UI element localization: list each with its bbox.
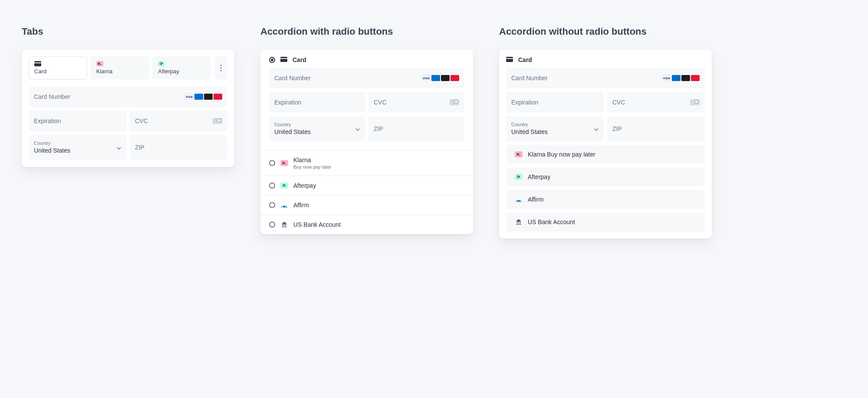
card-icon bbox=[34, 61, 41, 66]
svg-point-2 bbox=[220, 65, 222, 66]
cvc-input[interactable]: CVC bbox=[130, 111, 227, 131]
chevron-down-icon bbox=[594, 125, 598, 133]
section-title-tabs: Tabs bbox=[22, 26, 234, 37]
country-select[interactable]: Country United States bbox=[506, 116, 604, 141]
field-value: United States bbox=[34, 147, 121, 154]
svg-rect-5 bbox=[280, 57, 287, 62]
placeholder: ZIP bbox=[374, 125, 459, 132]
country-select[interactable]: Country United States bbox=[269, 116, 365, 141]
radio-unselected-icon bbox=[269, 202, 275, 208]
accordion-item-klarna[interactable]: K. Klarna Buy now pay later bbox=[260, 150, 473, 176]
tab-afterpay[interactable]: ⟳ Afterpay bbox=[152, 56, 211, 79]
placeholder: CVC bbox=[135, 117, 222, 124]
tab-label: Afterpay bbox=[158, 68, 179, 75]
accordion-item-card[interactable]: Card bbox=[260, 49, 473, 68]
affirm-icon: a bbox=[515, 196, 523, 202]
svg-point-3 bbox=[220, 67, 222, 69]
card-brand-icons: VISA bbox=[662, 75, 700, 81]
card-number-input[interactable]: Card Number VISA bbox=[29, 86, 227, 107]
accordion-item-us-bank[interactable]: US Bank Account bbox=[260, 215, 473, 234]
affirm-icon: a bbox=[280, 202, 288, 208]
accordion-item-afterpay[interactable]: ⟳ Afterpay bbox=[260, 176, 473, 195]
cvc-icon bbox=[690, 99, 700, 105]
method-label: Klarna bbox=[293, 157, 311, 163]
method-label: Afterpay bbox=[293, 182, 316, 189]
svg-text:a: a bbox=[518, 199, 520, 202]
method-label: Klarna bbox=[528, 151, 545, 158]
amex-icon bbox=[431, 75, 440, 81]
afterpay-icon: ⟳ bbox=[515, 174, 523, 180]
svg-rect-0 bbox=[34, 61, 41, 66]
card-icon bbox=[280, 56, 287, 63]
card-icon bbox=[506, 56, 513, 63]
radio-unselected-icon bbox=[269, 222, 275, 228]
visa-icon: VISA bbox=[185, 94, 194, 100]
visa-icon: VISA bbox=[422, 75, 431, 81]
svg-rect-6 bbox=[280, 58, 287, 59]
chevron-down-icon bbox=[355, 125, 360, 133]
afterpay-icon: ⟳ bbox=[280, 183, 288, 189]
accordion-item-card[interactable]: Card bbox=[506, 56, 705, 68]
card-brand-icons: VISA bbox=[422, 75, 459, 81]
field-value: United States bbox=[511, 128, 598, 135]
expiration-input[interactable]: Expiration bbox=[29, 111, 126, 131]
section-title-acc-plain: Accordion without radio buttons bbox=[499, 26, 712, 37]
cvc-icon bbox=[450, 99, 459, 105]
placeholder: CVC bbox=[374, 99, 459, 106]
cvc-input[interactable]: CVC bbox=[368, 92, 464, 113]
klarna-icon: K. bbox=[515, 151, 523, 157]
zip-input[interactable]: ZIP bbox=[368, 116, 464, 141]
accordion-item-us-bank[interactable]: US Bank Account bbox=[506, 212, 705, 232]
card-number-input[interactable]: Card Number VISA bbox=[506, 68, 705, 88]
svg-point-4 bbox=[220, 70, 222, 71]
unionpay-icon bbox=[691, 75, 700, 81]
radio-selected-icon bbox=[269, 57, 275, 63]
accordion-item-affirm[interactable]: a Affirm bbox=[260, 195, 473, 215]
mastercard-icon bbox=[204, 94, 213, 100]
field-label: Country bbox=[511, 122, 598, 127]
radio-unselected-icon bbox=[269, 183, 275, 189]
method-sublabel: Buy now pay later bbox=[547, 151, 595, 158]
klarna-icon: K. bbox=[280, 160, 288, 166]
svg-text:a: a bbox=[283, 205, 286, 208]
tabs-payment-form: Card K. Klarna ⟳ Afterpay Card Number bbox=[22, 49, 234, 167]
afterpay-icon: ⟳ bbox=[158, 61, 165, 66]
accordion-item-klarna[interactable]: K. Klarna Buy now pay later bbox=[506, 145, 705, 164]
mastercard-icon bbox=[681, 75, 690, 81]
accordion-item-affirm[interactable]: a Affirm bbox=[506, 190, 705, 209]
unionpay-icon bbox=[450, 75, 459, 81]
amex-icon bbox=[672, 75, 681, 81]
zip-input[interactable]: ZIP bbox=[607, 116, 705, 141]
svg-rect-8 bbox=[506, 57, 513, 62]
method-label: Affirm bbox=[293, 202, 309, 209]
more-methods-button[interactable] bbox=[214, 56, 227, 79]
placeholder: Expiration bbox=[274, 99, 360, 106]
placeholder: CVC bbox=[612, 99, 700, 106]
tab-label: Klarna bbox=[96, 68, 113, 75]
amex-icon bbox=[194, 94, 203, 100]
method-label: US Bank Account bbox=[528, 219, 575, 225]
placeholder: ZIP bbox=[612, 125, 700, 132]
cvc-icon bbox=[213, 118, 222, 124]
method-label: Card bbox=[293, 56, 306, 63]
section-title-acc-radio: Accordion with radio buttons bbox=[260, 26, 473, 37]
placeholder: Expiration bbox=[34, 117, 121, 124]
accordion-plain-payment-form: Card Card Number VISA Expiration bbox=[499, 49, 712, 238]
tab-klarna[interactable]: K. Klarna bbox=[91, 56, 149, 79]
country-select[interactable]: Country United States bbox=[29, 135, 126, 160]
bank-icon bbox=[515, 219, 523, 225]
klarna-icon: K. bbox=[96, 61, 103, 66]
svg-rect-1 bbox=[34, 62, 41, 63]
tab-card[interactable]: Card bbox=[29, 56, 87, 79]
bank-icon bbox=[280, 222, 288, 228]
field-label: Country bbox=[34, 141, 121, 146]
card-number-input[interactable]: Card Number VISA bbox=[269, 68, 464, 88]
expiration-input[interactable]: Expiration bbox=[269, 92, 365, 113]
accordion-item-afterpay[interactable]: ⟳ Afterpay bbox=[506, 167, 705, 186]
visa-icon: VISA bbox=[662, 75, 671, 81]
expiration-input[interactable]: Expiration bbox=[506, 92, 604, 113]
zip-input[interactable]: ZIP bbox=[130, 135, 227, 160]
cvc-input[interactable]: CVC bbox=[607, 92, 705, 113]
method-label: Affirm bbox=[528, 196, 543, 203]
method-label: Card bbox=[518, 56, 532, 63]
